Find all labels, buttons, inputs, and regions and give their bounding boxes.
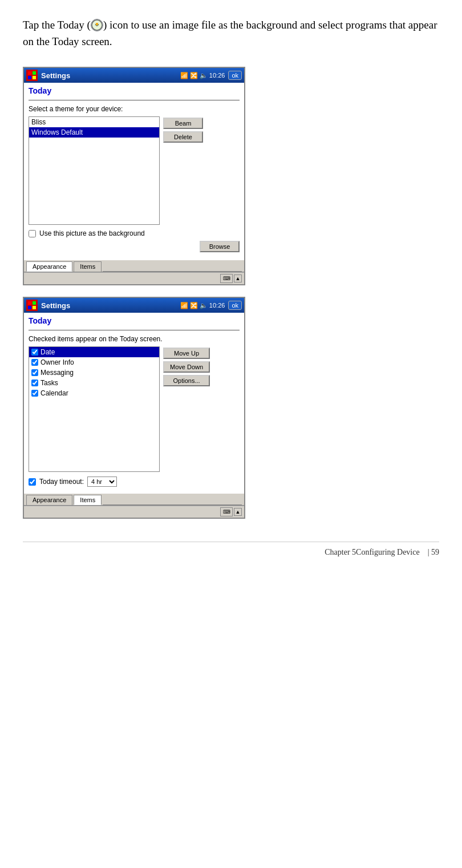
- messaging-checkbox[interactable]: [31, 369, 38, 376]
- sync-icon-2: 🔀: [190, 302, 198, 309]
- theme-area: Bliss Windows Default Beam Delete: [29, 116, 240, 225]
- sync-icon-1: 🔀: [190, 72, 198, 79]
- date-checkbox[interactable]: [31, 349, 38, 356]
- timeout-label: Today timeout:: [39, 478, 84, 486]
- status-icons-2: 📶 🔀 🔈 10:26: [180, 302, 225, 309]
- device-screen-2: Settings 📶 🔀 🔈 10:26 ok Today Checked it…: [23, 297, 245, 519]
- theme-list[interactable]: Bliss Windows Default: [29, 116, 160, 225]
- move-down-button[interactable]: Move Down: [163, 361, 210, 373]
- tab-items-2[interactable]: Items: [74, 495, 102, 505]
- tab-bar-2: Appearance Items: [24, 494, 244, 506]
- svg-rect-7: [33, 301, 36, 305]
- signal-icon-2: 📶: [180, 302, 188, 309]
- tab-items-1[interactable]: Items: [74, 261, 102, 272]
- timeout-checkbox[interactable]: [29, 478, 36, 486]
- items-item-date[interactable]: Date: [29, 347, 159, 357]
- timeout-select[interactable]: 1 hr 2 hr 4 hr 8 hr 12 hr: [87, 477, 117, 487]
- items-list[interactable]: Date Owner Info Messaging Tasks Calendar: [29, 346, 160, 472]
- move-up-button[interactable]: Move Up: [163, 348, 210, 359]
- svg-rect-5: [33, 76, 36, 79]
- screen1-title: Today: [29, 86, 240, 95]
- browse-row: Browse: [29, 241, 240, 252]
- volume-icon-1: 🔈: [200, 72, 208, 79]
- keyboard-icon-2[interactable]: ⌨: [220, 507, 233, 516]
- theme-item-windows-default[interactable]: Windows Default: [29, 127, 159, 138]
- signal-icon-1: 📶: [180, 72, 188, 79]
- today-icon: [91, 19, 103, 31]
- svg-rect-3: [33, 71, 36, 75]
- keyboard-row-1: ⌨ ▲: [24, 272, 244, 284]
- select-theme-label: Select a theme for your device:: [29, 105, 240, 113]
- volume-icon-2: 🔈: [200, 302, 208, 309]
- svg-rect-8: [28, 306, 31, 309]
- title-bar-2: Settings 📶 🔀 🔈 10:26 ok: [24, 298, 244, 313]
- screen1-content: Today Select a theme for your device: Bl…: [24, 83, 244, 260]
- timeout-row: Today timeout: 1 hr 2 hr 4 hr 8 hr 12 hr: [29, 477, 240, 487]
- svg-rect-6: [28, 301, 31, 305]
- tab-appearance-1[interactable]: Appearance: [26, 261, 72, 272]
- chapter-footer: Chapter 5Configuring Device | 59: [23, 542, 439, 557]
- tab-appearance-2[interactable]: Appearance: [26, 495, 72, 505]
- windows-logo-2: [26, 300, 38, 311]
- svg-rect-2: [28, 71, 31, 75]
- background-checkbox-row: Use this picture as the background: [29, 229, 240, 237]
- delete-button[interactable]: Delete: [163, 131, 203, 143]
- calendar-checkbox[interactable]: [31, 390, 38, 397]
- time-1: 10:26: [209, 72, 225, 79]
- theme-buttons: Beam Delete: [163, 116, 203, 225]
- items-item-owner-info[interactable]: Owner Info: [29, 357, 159, 368]
- background-checkbox[interactable]: [29, 230, 36, 237]
- browse-button[interactable]: Browse: [200, 241, 240, 252]
- background-checkbox-label: Use this picture as the background: [39, 229, 145, 237]
- footer-chapter: Chapter 5Configuring Device: [325, 548, 419, 556]
- screen2-title: Today: [29, 316, 240, 325]
- tab-bar-1: Appearance Items: [24, 260, 244, 272]
- time-2: 10:26: [209, 302, 225, 309]
- svg-rect-9: [33, 306, 36, 309]
- status-icons-1: 📶 🔀 🔈 10:26: [180, 72, 225, 79]
- screen2-content: Today Checked items appear on the Today …: [24, 313, 244, 494]
- keyboard-row-2: ⌨ ▲: [24, 506, 244, 518]
- ok-button-1[interactable]: ok: [228, 71, 242, 80]
- tasks-checkbox[interactable]: [31, 380, 38, 386]
- keyboard-icon-1[interactable]: ⌨: [220, 274, 233, 283]
- intro-paragraph: Tap the Today ( ) icon to use an image f…: [23, 17, 439, 50]
- ok-button-2[interactable]: ok: [228, 301, 242, 310]
- svg-point-1: [96, 23, 98, 25]
- items-area: Date Owner Info Messaging Tasks Calendar: [29, 346, 240, 472]
- device-screen-1: Settings 📶 🔀 🔈 10:26 ok Today Select a t…: [23, 67, 245, 285]
- options-button[interactable]: Options...: [163, 375, 210, 386]
- items-item-messaging[interactable]: Messaging: [29, 368, 159, 378]
- scroll-up-1[interactable]: ▲: [234, 274, 242, 282]
- beam-button[interactable]: Beam: [163, 118, 203, 129]
- items-item-tasks[interactable]: Tasks: [29, 378, 159, 388]
- title-bar-text-1: Settings: [41, 71, 177, 80]
- title-bar-text-2: Settings: [41, 301, 177, 310]
- footer-page: | 59: [428, 548, 439, 556]
- action-buttons: Move Up Move Down Options...: [163, 346, 210, 472]
- title-bar-1: Settings 📶 🔀 🔈 10:26 ok: [24, 68, 244, 83]
- svg-rect-4: [28, 76, 31, 79]
- checked-label: Checked items appear on the Today screen…: [29, 335, 240, 343]
- owner-info-checkbox[interactable]: [31, 359, 38, 366]
- theme-item-bliss[interactable]: Bliss: [29, 117, 159, 127]
- items-item-calendar[interactable]: Calendar: [29, 388, 159, 398]
- scroll-up-2[interactable]: ▲: [234, 508, 242, 516]
- windows-logo-1: [26, 70, 38, 81]
